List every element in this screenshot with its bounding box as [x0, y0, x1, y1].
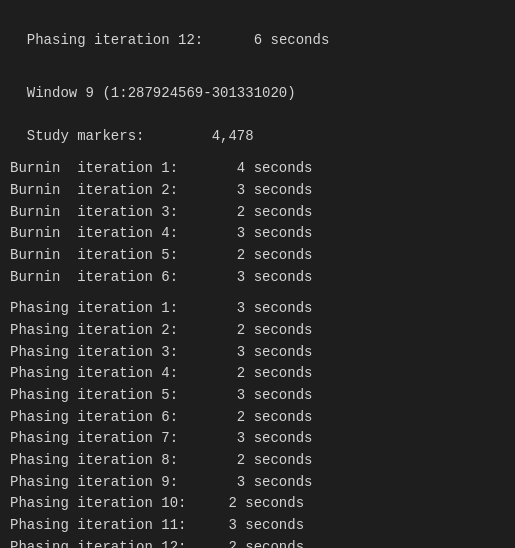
phasing-iteration-line: Phasing iteration 10: 2 seconds: [10, 493, 505, 515]
burnin-iteration-line: Burnin iteration 6: 3 seconds: [10, 267, 505, 289]
burnin-iteration-line: Burnin iteration 2: 3 seconds: [10, 180, 505, 202]
phasing-iteration-line: Phasing iteration 1: 3 seconds: [10, 298, 505, 320]
window-label-line: Window 9 (1:287924569-301331020): [10, 61, 505, 104]
phasing-iteration-line: Phasing iteration 11: 3 seconds: [10, 515, 505, 537]
phasing-final-label: Phasing iteration 12:: [27, 32, 203, 48]
spacer-2: [10, 148, 505, 158]
phasing-iteration-line: Phasing iteration 7: 3 seconds: [10, 428, 505, 450]
study-markers-value: 4,478: [144, 128, 253, 144]
phasing-iteration-line: Phasing iteration 4: 2 seconds: [10, 363, 505, 385]
spacer-3: [10, 288, 505, 298]
burnin-iteration-line: Burnin iteration 4: 3 seconds: [10, 223, 505, 245]
window-label: Window 9 (1:287924569-301331020): [27, 85, 296, 101]
phasing-iteration-line: Phasing iteration 8: 2 seconds: [10, 450, 505, 472]
phasing-container: Phasing iteration 1: 3 secondsPhasing it…: [10, 298, 505, 548]
phasing-iteration-line: Phasing iteration 12: 2 seconds: [10, 537, 505, 548]
phasing-iteration-line: Phasing iteration 3: 3 seconds: [10, 342, 505, 364]
phasing-final-line: Phasing iteration 12: 6 seconds: [10, 8, 505, 51]
burnin-iteration-line: Burnin iteration 5: 2 seconds: [10, 245, 505, 267]
phasing-final-value: 6 seconds: [203, 32, 329, 48]
study-markers-label: Study markers:: [27, 128, 145, 144]
burnin-iteration-line: Burnin iteration 1: 4 seconds: [10, 158, 505, 180]
burnin-iteration-line: Burnin iteration 3: 2 seconds: [10, 202, 505, 224]
phasing-iteration-line: Phasing iteration 5: 3 seconds: [10, 385, 505, 407]
spacer-1: [10, 51, 505, 61]
phasing-iteration-line: Phasing iteration 9: 3 seconds: [10, 472, 505, 494]
phasing-iteration-line: Phasing iteration 2: 2 seconds: [10, 320, 505, 342]
burnin-container: Burnin iteration 1: 4 secondsBurnin iter…: [10, 158, 505, 288]
phasing-iteration-line: Phasing iteration 6: 2 seconds: [10, 407, 505, 429]
study-markers-line: Study markers: 4,478: [10, 105, 505, 148]
